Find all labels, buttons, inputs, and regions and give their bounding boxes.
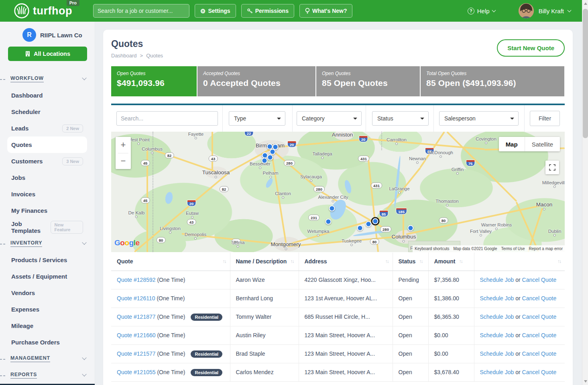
quote-map-marker[interactable] [408, 225, 414, 231]
permissions-button[interactable]: Permissions [241, 4, 294, 18]
global-search-input[interactable] [93, 4, 189, 18]
scroll-up-arrow-icon[interactable] [584, 2, 587, 5]
satellite-view-button[interactable]: Satellite [525, 137, 560, 151]
section-reports[interactable]: Reports [0, 367, 95, 383]
start-new-quote-button[interactable]: Start New Quote [497, 39, 565, 57]
user-avatar[interactable] [519, 3, 534, 18]
quote-map-marker[interactable] [262, 158, 268, 164]
report-map-error-link[interactable]: Report a map error [527, 245, 565, 252]
sidebar-item-dashboard[interactable]: Dashboard [0, 87, 95, 104]
map-city-label: Macon [536, 202, 553, 210]
cell-name: Bernhard Long [230, 289, 299, 308]
cancel-quote-link[interactable]: Cancel Quote [522, 295, 557, 301]
quote-map-marker[interactable] [366, 221, 372, 227]
cancel-quote-link[interactable]: Cancel Quote [522, 350, 557, 357]
cancel-quote-link[interactable]: Cancel Quote [522, 369, 557, 375]
section-management[interactable]: Management [0, 350, 95, 367]
chevron-down-icon[interactable] [568, 8, 572, 12]
sidebar-item-job-templates[interactable]: Job Templates New Feature [0, 219, 95, 235]
quotes-map[interactable]: 22 20 20 20 85 85 185 75 82 82 45 45 43 … [111, 132, 565, 252]
settings-button[interactable]: ⚙ Settings [195, 4, 236, 18]
column-header-name[interactable]: Name / Description↑↓ [230, 253, 299, 271]
sort-icon[interactable]: ↑↓ [385, 259, 389, 264]
schedule-job-link[interactable]: Schedule Job [480, 369, 514, 375]
sidebar-item-customers[interactable]: Customers 3 New [0, 153, 95, 169]
sort-icon[interactable]: ↑↓ [459, 259, 462, 264]
column-header-actions[interactable]: ↑↓ [474, 253, 565, 271]
scrollbar-thumb[interactable] [583, 9, 588, 138]
sort-icon[interactable]: ↑↓ [290, 259, 293, 264]
map-data-copyright: Map data ©2021 Google [451, 245, 499, 252]
all-locations-button[interactable]: All Locations [8, 47, 87, 61]
whats-new-button[interactable]: What's New? [299, 4, 353, 18]
sidebar-item-mileage[interactable]: Mileage [0, 318, 95, 334]
zoom-in-button[interactable]: + [116, 137, 131, 153]
quote-link[interactable]: Quote #121055 [117, 369, 156, 375]
schedule-job-link[interactable]: Schedule Job [480, 277, 514, 283]
sidebar-item-scheduler[interactable]: Scheduler [0, 104, 95, 120]
cancel-quote-link[interactable]: Cancel Quote [522, 314, 557, 320]
column-header-address[interactable]: Address↑↓ [299, 253, 393, 271]
section-workflow[interactable]: Workflow [0, 71, 95, 87]
quote-map-marker[interactable] [326, 219, 332, 225]
sidebar-item-quotes[interactable]: Quotes [7, 136, 87, 153]
cancel-quote-link[interactable]: Cancel Quote [522, 332, 557, 338]
column-header-amount[interactable]: Amount↑↓ [428, 253, 474, 271]
zoom-out-button[interactable]: − [116, 153, 131, 169]
quote-map-marker[interactable] [329, 206, 335, 212]
column-header-quote[interactable]: Quote↑↓ [111, 253, 230, 271]
keyboard-shortcuts-link[interactable]: Keyboard shortcuts [413, 245, 451, 252]
scroll-down-arrow-icon[interactable] [584, 380, 587, 383]
sidebar-item-products-services[interactable]: Products / Services [0, 252, 95, 268]
sort-icon[interactable]: ↑↓ [223, 259, 226, 264]
interstate-shield: 75 [466, 160, 475, 167]
sidebar-item-leads[interactable]: Leads 2 New [0, 120, 95, 136]
cancel-quote-link[interactable]: Cancel Quote [522, 277, 557, 283]
quote-link[interactable]: Quote #126110 [117, 295, 155, 301]
table-row: Quote #121055 (One Time)Residential Carl… [111, 363, 565, 381]
sidebar-item-assets-equipment[interactable]: Assets / Equipment [0, 268, 95, 285]
map-city-label: Covington [476, 136, 496, 144]
breadcrumb-dashboard[interactable]: Dashboard [111, 53, 137, 59]
sidebar-item-purchase-orders[interactable]: Purchase Orders [0, 334, 95, 350]
sort-icon[interactable]: ↑↓ [419, 259, 422, 264]
map-view-button[interactable]: Map [499, 137, 525, 151]
category-filter-select[interactable]: Category [297, 111, 362, 126]
quote-map-marker[interactable] [270, 149, 276, 155]
sidebar-item-expenses[interactable]: Expenses [0, 301, 95, 318]
browser-scrollbar[interactable] [582, 0, 588, 385]
help-menu[interactable]: ? Help [468, 8, 495, 14]
sidebar-item-jobs[interactable]: Jobs [0, 169, 95, 186]
quote-map-marker[interactable] [267, 155, 273, 161]
cell-amount: $7,356.80 [428, 271, 474, 289]
sidebar-item-invoices[interactable]: Invoices [0, 186, 95, 202]
filter-button[interactable]: Filter [530, 111, 560, 126]
schedule-job-link[interactable]: Schedule Job [480, 350, 514, 357]
quote-link[interactable]: Quote #121660 [117, 332, 156, 338]
status-filter-select[interactable]: Status [372, 111, 429, 126]
quote-map-marker-selected[interactable] [372, 218, 378, 224]
schedule-job-link[interactable]: Schedule Job [480, 314, 514, 320]
section-inventory[interactable]: Inventory [0, 235, 95, 252]
type-filter-select[interactable]: Type [229, 111, 285, 126]
quote-link[interactable]: Quote #121577 [117, 350, 156, 357]
schedule-job-link[interactable]: Schedule Job [480, 332, 514, 338]
map-city-label: Sylacauga [300, 174, 322, 182]
sidebar-item-vendors[interactable]: Vendors [0, 285, 95, 301]
quote-link[interactable]: Quote #121877 [117, 314, 156, 320]
quote-map-marker[interactable] [357, 225, 363, 231]
terms-of-use-link[interactable]: Terms of Use [499, 245, 527, 252]
schedule-job-link[interactable]: Schedule Job [480, 295, 514, 301]
fullscreen-button[interactable] [545, 161, 559, 174]
google-logo[interactable]: Google [114, 238, 139, 247]
quotes-search-input[interactable] [116, 111, 218, 126]
quote-link[interactable]: Quote #128592 [117, 277, 156, 283]
map-city-label: Tuscaloosa [202, 169, 230, 178]
salesperson-filter-select[interactable]: Salesperson [439, 111, 519, 126]
user-name[interactable]: Billy Kraft [539, 8, 564, 14]
sidebar-item-my-finances[interactable]: My Finances [0, 202, 95, 219]
brand-logo[interactable]: turfhop Pro [14, 3, 72, 19]
sort-icon[interactable]: ↑↓ [557, 259, 561, 264]
column-header-status[interactable]: Status↑↓ [393, 253, 428, 271]
company-account[interactable]: R RIIPL Lawn Co [22, 28, 95, 42]
